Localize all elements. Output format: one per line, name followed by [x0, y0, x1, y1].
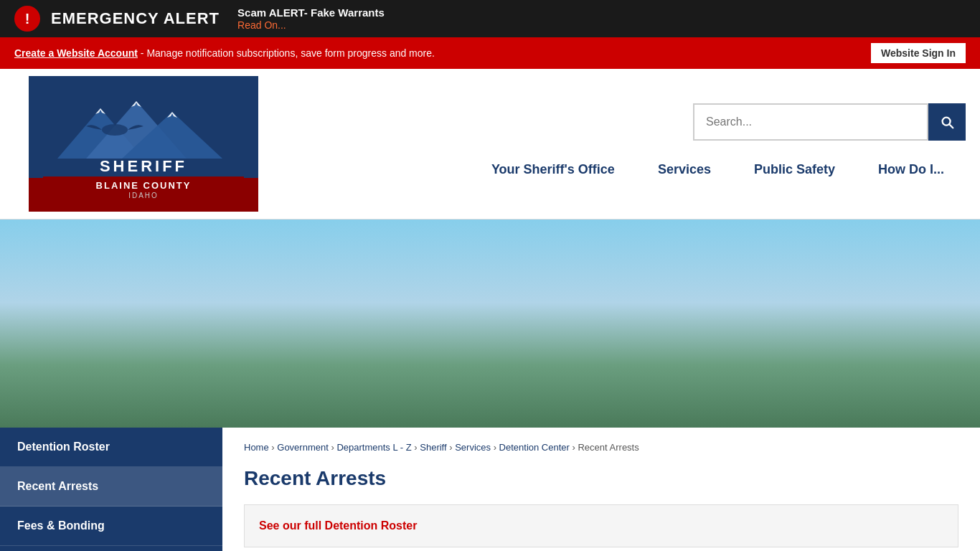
- detention-roster-box: See our full Detention Roster: [244, 504, 958, 547]
- nav-menu: Your Sheriff's Office Services Public Sa…: [273, 155, 966, 184]
- nav-item-how-do-i[interactable]: How Do I...: [857, 155, 966, 184]
- search-input[interactable]: [693, 103, 928, 141]
- account-bar-left: Create a Website Account - Manage notifi…: [14, 47, 435, 59]
- breadcrumb: Home › Government › Departments L - Z › …: [244, 442, 958, 453]
- sidebar: Detention Roster Recent Arrests Fees & B…: [0, 428, 222, 551]
- breadcrumb-government[interactable]: Government: [277, 442, 329, 453]
- breadcrumb-departments-l-z[interactable]: Departments L - Z: [336, 442, 411, 453]
- account-bar: Create a Website Account - Manage notifi…: [0, 37, 980, 69]
- nav-item-your-sheriffs-office[interactable]: Your Sheriff's Office: [470, 155, 636, 184]
- emergency-alert-bar: ! EMERGENCY ALERT Scam ALERT- Fake Warra…: [0, 0, 980, 37]
- detention-roster-link[interactable]: See our full Detention Roster: [259, 519, 417, 532]
- breadcrumb-sheriff[interactable]: Sheriff: [420, 442, 446, 453]
- logo-area[interactable]: SHERIFF BLAINE COUNTY IDAHO: [14, 69, 273, 219]
- search-icon: [939, 114, 955, 130]
- svg-text:SHERIFF: SHERIFF: [100, 157, 187, 175]
- content-area: Home › Government › Departments L - Z › …: [222, 428, 980, 551]
- hero-banner: [0, 220, 980, 428]
- svg-point-7: [102, 124, 128, 136]
- account-bar-description: - Manage notification subscriptions, sav…: [141, 47, 435, 59]
- emergency-alert-name: Scam ALERT- Fake Warrants: [237, 6, 385, 19]
- svg-text:IDAHO: IDAHO: [128, 192, 159, 199]
- emergency-title: EMERGENCY ALERT: [51, 9, 220, 28]
- logo-box: SHERIFF BLAINE COUNTY IDAHO: [29, 76, 258, 212]
- search-button[interactable]: [928, 103, 966, 141]
- sidebar-item-recent-arrests[interactable]: Recent Arrests: [0, 467, 222, 507]
- svg-text:BLAINE COUNTY: BLAINE COUNTY: [96, 180, 192, 191]
- emergency-icon: !: [14, 6, 40, 32]
- emergency-content: Scam ALERT- Fake Warrants Read On...: [237, 6, 385, 32]
- sign-in-button[interactable]: Website Sign In: [871, 43, 966, 63]
- breadcrumb-services[interactable]: Services: [455, 442, 491, 453]
- create-account-link[interactable]: Create a Website Account: [14, 47, 138, 59]
- nav-item-services[interactable]: Services: [636, 155, 732, 184]
- sidebar-item-detention-roster[interactable]: Detention Roster: [0, 428, 222, 467]
- breadcrumb-detention-center[interactable]: Detention Center: [499, 442, 570, 453]
- sheriff-logo-svg: SHERIFF BLAINE COUNTY IDAHO: [43, 87, 244, 202]
- emergency-read-on-link[interactable]: Read On...: [237, 19, 286, 31]
- nav-and-search: Your Sheriff's Office Services Public Sa…: [273, 96, 966, 192]
- breadcrumb-current: Recent Arrests: [578, 442, 639, 453]
- breadcrumb-home[interactable]: Home: [244, 442, 269, 453]
- header: SHERIFF BLAINE COUNTY IDAHO Your Sheriff…: [0, 69, 980, 220]
- nav-item-public-safety[interactable]: Public Safety: [732, 155, 857, 184]
- search-area: [693, 103, 966, 141]
- page-title: Recent Arrests: [244, 467, 958, 490]
- main-wrapper: Detention Roster Recent Arrests Fees & B…: [0, 428, 980, 551]
- sidebar-item-visitation[interactable]: Visitation: [0, 546, 222, 551]
- sidebar-item-fees-bonding[interactable]: Fees & Bonding: [0, 507, 222, 546]
